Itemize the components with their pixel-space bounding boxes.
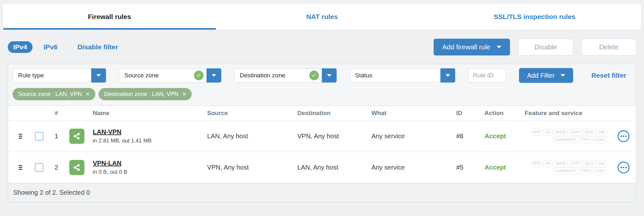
source-zone-dropdown-button[interactable]	[207, 68, 221, 83]
chevron-down-icon	[446, 74, 450, 77]
row-menu-cell	[618, 130, 630, 142]
add-filter-label: Add Filter	[527, 72, 555, 79]
feature-badge: LOG	[593, 168, 607, 174]
feature-badge: AV	[543, 160, 553, 167]
rule-action: Accept	[479, 133, 516, 140]
feature-badge: WEB	[554, 129, 568, 136]
tab-ssl-tls-inspection-rules[interactable]: SSL/TLS inspection rules	[428, 4, 641, 29]
table-row: 2 VPN-LAN in 0 B, out 0 B VPN, Any host …	[8, 152, 636, 183]
network-share-icon	[69, 129, 84, 144]
destination-zone-filter-chip: Destination zone : LAN, VPN ✕	[99, 88, 192, 100]
drag-handle-icon[interactable]	[19, 134, 22, 139]
rule-destination: LAN, Any host	[297, 164, 371, 171]
chevron-down-icon	[327, 74, 332, 77]
column-header-source: Source	[207, 110, 297, 117]
source-zone-dropdown[interactable]: Source zone ✓	[119, 68, 221, 83]
column-header-num: #	[47, 110, 65, 117]
toolbar: IPv4 IPv6 Disable filter Add firewall ru…	[8, 39, 636, 55]
column-header-what: What	[371, 110, 454, 117]
feature-badges-line2: LinkedNATPRXLOG	[516, 168, 607, 174]
feature-badges-line2: LinkedNATPRXLOG	[516, 136, 607, 143]
rule-type-dropdown-label: Rule type	[13, 69, 91, 82]
feature-badges: IPSAVWEBAPPQoSHB LinkedNATPRXLOG	[516, 128, 613, 144]
rule-action: Accept	[479, 164, 516, 171]
chevron-down-icon	[561, 74, 565, 77]
row-menu-cell	[618, 162, 630, 173]
rule-name-link[interactable]: VPN-LAN	[93, 160, 127, 167]
column-header-id: ID	[454, 110, 479, 117]
firewall-rules-table: # Name Source Destination What ID Action…	[8, 105, 636, 202]
rule-name-link[interactable]: LAN-VPN	[93, 128, 151, 136]
feature-badges-line1: IPSAVWEBAPPQoSHB	[516, 129, 607, 136]
remove-chip-icon[interactable]: ✕	[86, 91, 90, 97]
disable-filter-link[interactable]: Disable filter	[77, 43, 118, 51]
rule-position: 1	[47, 132, 65, 140]
rule-destination: VPN, Any host	[297, 133, 371, 140]
rule-what: Any service	[371, 133, 454, 140]
row-menu-ellipsis-icon[interactable]	[618, 130, 630, 142]
destination-zone-dropdown-button[interactable]	[322, 68, 337, 83]
active-filter-chips: Source zone : LAN, VPN ✕ Destination zon…	[8, 87, 636, 105]
check-circle-icon: ✓	[309, 71, 319, 80]
rule-name-block: VPN-LAN in 0 B, out 0 B	[93, 160, 127, 175]
destination-zone-dropdown[interactable]: Destination zone ✓	[234, 68, 337, 83]
toolbar-right: Add firewall rule Disable Delete	[434, 39, 636, 55]
rule-position: 2	[47, 163, 65, 171]
column-header-name: Name	[65, 110, 207, 117]
rules-tabbar: Firewall rules NAT rules SSL/TLS inspect…	[3, 4, 641, 30]
ipv6-toggle[interactable]: IPv6	[43, 43, 57, 51]
showing-status-text: Showing 2 of 2. Selected 0	[13, 189, 90, 196]
table-row: 1 LAN-VPN in 2.81 MB, out 1.41 MB LAN, A…	[8, 121, 636, 152]
rule-id: #5	[454, 164, 479, 171]
feature-badge: LOG	[593, 136, 607, 143]
rule-id-input[interactable]	[468, 68, 506, 83]
rule-type-dropdown-button[interactable]	[91, 68, 106, 83]
rule-name-block: LAN-VPN in 2.81 MB, out 1.41 MB	[93, 128, 151, 144]
add-firewall-rule-label: Add firewall rule	[442, 43, 490, 51]
status-dropdown-button[interactable]	[440, 68, 455, 83]
feature-badge: WEB	[554, 160, 568, 167]
ipv4-toggle[interactable]: IPv4	[8, 41, 33, 53]
status-dropdown-label: Status	[350, 69, 440, 82]
network-share-icon	[69, 160, 84, 175]
feature-badge: HB	[597, 129, 607, 136]
feature-badge: APP	[569, 129, 582, 136]
feature-badge: PRX	[580, 136, 592, 143]
feature-badge: QoS	[583, 129, 595, 136]
feature-badge: APP	[569, 160, 582, 167]
tab-firewall-rules[interactable]: Firewall rules	[3, 4, 216, 29]
feature-badge: PRX	[580, 168, 592, 174]
drag-handle-icon[interactable]	[19, 165, 22, 170]
reset-filter-link[interactable]: Reset filter	[591, 72, 631, 79]
rule-type-dropdown[interactable]: Rule type	[13, 68, 106, 83]
feature-badge: LinkedNAT	[553, 136, 578, 143]
disable-button[interactable]: Disable	[518, 39, 573, 55]
row-checkbox[interactable]	[35, 163, 43, 172]
tab-nat-rules[interactable]: NAT rules	[216, 4, 428, 29]
row-menu-ellipsis-icon[interactable]	[618, 162, 630, 173]
delete-button[interactable]: Delete	[582, 39, 636, 55]
rules-panel: Rule type Source zone ✓ Destination zone…	[8, 64, 636, 202]
column-header-destination: Destination	[297, 110, 371, 117]
add-filter-button[interactable]: Add Filter	[519, 68, 573, 83]
feature-badge: QoS	[583, 160, 595, 167]
chevron-down-icon	[497, 46, 501, 48]
chevron-down-icon	[212, 74, 216, 77]
feature-badge: AV	[543, 129, 553, 136]
rule-traffic: in 0 B, out 0 B	[93, 169, 127, 175]
source-zone-dropdown-label: Source zone	[119, 69, 194, 82]
firewall-rules-page: Firewall rules NAT rules SSL/TLS inspect…	[0, 4, 644, 216]
rule-id: #8	[454, 133, 479, 140]
source-zone-filter-chip: Source zone : LAN, VPN ✕	[13, 88, 95, 100]
row-checkbox[interactable]	[35, 132, 43, 141]
status-dropdown[interactable]: Status	[350, 68, 455, 83]
feature-badges: IPSAVWEBAPPQoSHB LinkedNATPRXLOG	[516, 160, 613, 175]
remove-chip-icon[interactable]: ✕	[182, 91, 187, 97]
feature-badges-line1: IPSAVWEBAPPQoSHB	[516, 160, 607, 167]
rule-source: LAN, Any host	[207, 133, 297, 140]
check-circle-icon: ✓	[194, 71, 204, 80]
chevron-down-icon	[96, 74, 101, 77]
rule-traffic: in 2.81 MB, out 1.41 MB	[93, 138, 151, 144]
feature-badge: HB	[597, 160, 607, 167]
add-firewall-rule-button[interactable]: Add firewall rule	[434, 39, 510, 55]
